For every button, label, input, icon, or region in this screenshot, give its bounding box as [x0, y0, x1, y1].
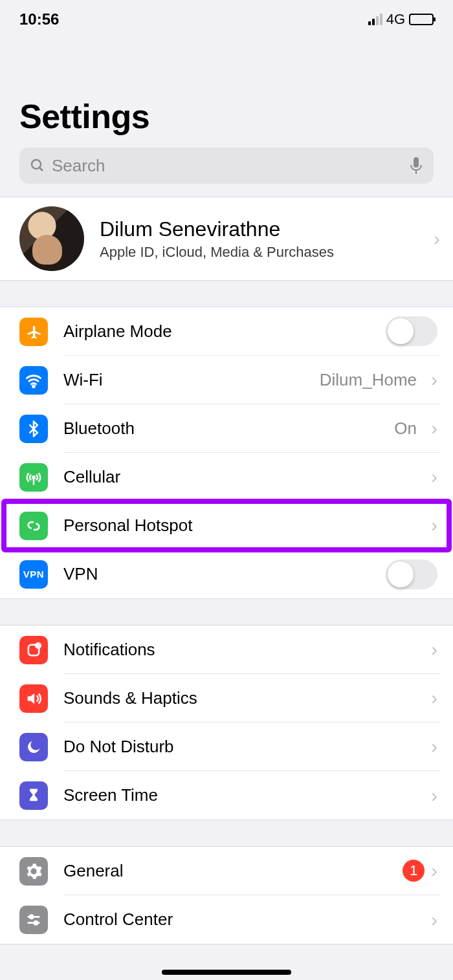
row-bluetooth[interactable]: Bluetooth On›: [0, 404, 453, 453]
notifications-section: Notifications › Sounds & Haptics › Do No…: [0, 625, 453, 820]
status-bar: 10:56 4G: [0, 0, 453, 39]
page-title: Settings: [19, 97, 434, 136]
chevron-right-icon: ›: [434, 229, 440, 248]
svg-point-10: [30, 915, 33, 918]
sounds-icon: [19, 684, 48, 713]
search-field[interactable]: [19, 147, 434, 184]
home-indicator[interactable]: [162, 970, 291, 975]
row-sounds[interactable]: Sounds & Haptics ›: [0, 674, 453, 723]
row-control-center[interactable]: Control Center ›: [0, 895, 453, 944]
row-vpn[interactable]: VPN VPN: [0, 550, 453, 598]
bluetooth-label: Bluetooth: [63, 419, 135, 439]
general-section: General 1› Control Center ›: [0, 846, 453, 944]
network-type: 4G: [386, 11, 405, 28]
wifi-label: Wi-Fi: [63, 370, 103, 390]
svg-point-4: [33, 385, 35, 387]
chevron-right-icon: ›: [431, 786, 437, 805]
general-label: General: [63, 861, 124, 881]
control-label: Control Center: [63, 909, 173, 930]
hotspot-icon: [19, 512, 48, 540]
cellular-icon: [19, 463, 48, 492]
vpn-icon: VPN: [19, 560, 48, 589]
airplane-toggle[interactable]: [386, 316, 437, 346]
profile-row[interactable]: Dilum Senevirathne Apple ID, iCloud, Med…: [0, 197, 453, 280]
search-icon: [30, 158, 45, 173]
dnd-label: Do Not Disturb: [63, 737, 174, 757]
chevron-right-icon: ›: [431, 640, 437, 659]
bluetooth-icon: [19, 415, 48, 443]
svg-point-8: [36, 643, 40, 648]
row-airplane-mode[interactable]: Airplane Mode: [0, 307, 453, 356]
wifi-detail: Dilum_Home: [320, 370, 417, 390]
chevron-right-icon: ›: [431, 861, 437, 880]
status-right: 4G: [368, 11, 434, 28]
wifi-icon: [19, 366, 48, 395]
notifications-label: Notifications: [63, 640, 155, 660]
mic-icon[interactable]: [409, 157, 423, 175]
status-time: 10:56: [19, 10, 59, 28]
row-wifi[interactable]: Wi-Fi Dilum_Home›: [0, 356, 453, 404]
notifications-icon: [19, 636, 48, 664]
airplane-label: Airplane Mode: [63, 321, 172, 342]
profile-section: Dilum Senevirathne Apple ID, iCloud, Med…: [0, 197, 453, 281]
cellular-label: Cellular: [63, 467, 120, 487]
chevron-right-icon: ›: [431, 419, 437, 438]
hotspot-label: Personal Hotspot: [63, 516, 192, 536]
screentime-label: Screen Time: [63, 785, 158, 805]
title-area: Settings: [0, 39, 453, 142]
hourglass-icon: [19, 781, 48, 810]
chevron-right-icon: ›: [431, 910, 437, 930]
connectivity-section: Airplane Mode Wi-Fi Dilum_Home› Bluetoot…: [0, 307, 453, 599]
avatar: [19, 206, 84, 271]
chevron-right-icon: ›: [431, 516, 437, 535]
chevron-right-icon: ›: [431, 688, 437, 708]
chevron-right-icon: ›: [431, 370, 437, 389]
row-cellular[interactable]: Cellular ›: [0, 453, 453, 501]
profile-name: Dilum Senevirathne: [100, 217, 418, 241]
row-personal-hotspot[interactable]: Personal Hotspot ›: [0, 501, 453, 550]
chevron-right-icon: ›: [431, 737, 437, 756]
airplane-icon: [19, 318, 48, 346]
general-badge: 1: [403, 860, 425, 882]
bluetooth-detail: On: [394, 419, 417, 439]
battery-icon: [409, 14, 434, 25]
chevron-right-icon: ›: [431, 467, 437, 486]
svg-line-1: [39, 168, 43, 171]
row-notifications[interactable]: Notifications ›: [0, 626, 453, 674]
control-center-icon: [19, 906, 48, 934]
row-screen-time[interactable]: Screen Time ›: [0, 771, 453, 820]
svg-point-0: [32, 160, 41, 169]
profile-subtitle: Apple ID, iCloud, Media & Purchases: [100, 244, 418, 261]
signal-icon: [368, 14, 382, 25]
svg-rect-2: [414, 157, 419, 168]
row-do-not-disturb[interactable]: Do Not Disturb ›: [0, 723, 453, 771]
svg-point-12: [34, 921, 38, 924]
row-general[interactable]: General 1›: [0, 847, 453, 895]
moon-icon: [19, 733, 48, 761]
gear-icon: [19, 857, 48, 886]
sounds-label: Sounds & Haptics: [63, 688, 197, 708]
vpn-label: VPN: [63, 564, 98, 584]
vpn-toggle[interactable]: [386, 560, 437, 589]
svg-point-6: [32, 476, 34, 478]
search-input[interactable]: [52, 156, 403, 176]
